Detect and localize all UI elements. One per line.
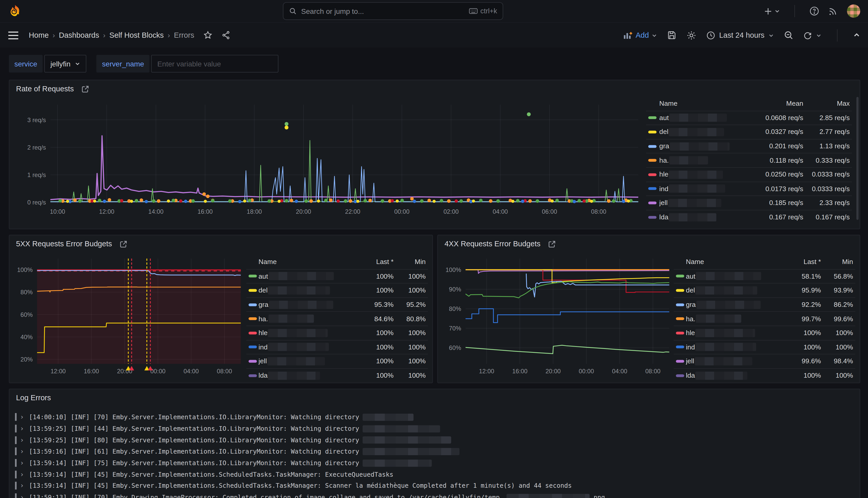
legend-row[interactable]: lda 100% 100% (673, 368, 855, 382)
external-link-icon[interactable] (120, 240, 128, 248)
legend-value-1: 0.0327 req/s (752, 128, 805, 136)
add-panel-button[interactable]: Add (623, 31, 657, 39)
legend-row[interactable]: ind 100% 100% (246, 340, 428, 354)
legend-row[interactable]: del 100% 100% (246, 283, 428, 297)
legend-col-2[interactable]: Min (396, 258, 428, 266)
svg-text:60%: 60% (21, 312, 32, 318)
legend-row[interactable]: ind 0.0173 req/s 0.0333 req/s (646, 181, 852, 196)
legend-row[interactable]: del 95.9% 93.9% (673, 283, 855, 297)
legend-row[interactable]: gra 0.201 req/s 1.13 req/s (646, 139, 852, 153)
log-row[interactable]: › [13:59:14] [INF] [75] Emby.Server.Impl… (15, 457, 854, 469)
svg-text:2 req/s: 2 req/s (27, 144, 46, 151)
panel-title[interactable]: Log Errors (16, 394, 51, 402)
legend-col-1[interactable]: Last * (788, 258, 823, 266)
panel-title[interactable]: 4XX Requests Error Budgets (444, 240, 556, 248)
legend-row[interactable]: del 0.0327 req/s 2.77 req/s (646, 125, 852, 139)
series-color-swatch (249, 331, 257, 334)
grafana-logo[interactable] (8, 4, 22, 18)
legend-value-1: 100% (360, 273, 396, 280)
legend-row[interactable]: aut 100% 100% (246, 269, 428, 283)
breadcrumb-home[interactable]: Home (29, 31, 49, 39)
err5xx-chart[interactable]: 20%40%60%80%100%12:0016:0020:0000:0004:0… (13, 255, 243, 378)
log-row[interactable]: › [13:59:25] [INF] [44] Emby.Server.Impl… (15, 423, 854, 434)
divider (794, 5, 795, 17)
save-dashboard-button[interactable] (667, 30, 677, 40)
legend-row[interactable]: ha. 84.6% 80.8% (246, 312, 428, 326)
dashboard-settings-button[interactable] (687, 30, 697, 40)
legend-col-name[interactable]: Name (686, 258, 788, 266)
log-row[interactable]: › [13:59:25] [INF] [80] Emby.Server.Impl… (15, 434, 854, 446)
legend-row[interactable]: jell 99.6% 98.4% (673, 354, 855, 368)
help-button[interactable] (809, 6, 819, 16)
redacted-series-name (669, 184, 725, 193)
expand-log-chevron-icon[interactable]: › (20, 413, 24, 421)
legend-col-name[interactable]: Name (258, 258, 360, 266)
log-row[interactable]: › [14:00:10] [INF] [70] Emby.Server.Impl… (15, 411, 854, 423)
legend-col-1[interactable]: Last * (360, 258, 396, 266)
legend-row[interactable]: hle 100% 100% (673, 326, 855, 340)
news-rss-button[interactable] (828, 6, 838, 16)
legend-row[interactable]: ha. 0.118 req/s 0.333 req/s (646, 153, 852, 167)
legend-row[interactable]: jell 100% 100% (246, 354, 428, 368)
panel-title[interactable]: 5XX Requests Error Budgets (16, 240, 128, 248)
breadcrumb-dashboards[interactable]: Dashboards (59, 31, 99, 39)
search-input[interactable]: Search or jump to... ctrl+k (283, 2, 503, 20)
legend-col-2[interactable]: Min (823, 258, 855, 266)
expand-log-chevron-icon[interactable]: › (20, 459, 24, 467)
svg-text:04:00: 04:00 (184, 368, 199, 375)
new-menu-button[interactable] (764, 7, 780, 15)
legend-row[interactable]: gra 92.2% 86.2% (673, 297, 855, 311)
log-row[interactable]: › [13:59:16] [INF] [61] Emby.Server.Impl… (15, 446, 854, 457)
series-color-swatch (249, 275, 257, 278)
legend-value-1: 0.0608 req/s (752, 114, 805, 122)
legend-row[interactable]: lda 0.167 req/s 0.167 req/s (646, 210, 852, 224)
user-avatar[interactable] (847, 4, 860, 18)
variable-select-service[interactable]: jellyfin (44, 55, 86, 73)
menu-toggle-icon[interactable] (8, 31, 19, 40)
legend-scrollbar[interactable] (856, 97, 859, 220)
legend-row[interactable]: hle 100% 100% (246, 326, 428, 340)
legend-value-1: 99.6% (788, 357, 823, 365)
series-name-prefix: jell (686, 357, 694, 365)
variable-input-server-name[interactable]: Enter variable value (151, 55, 279, 73)
panel-title[interactable]: Rate of Requests (16, 85, 90, 93)
err4xx-chart[interactable]: 60%70%80%90%100%12:0016:0020:0000:0004:0… (441, 255, 671, 378)
log-message: [13:59:14] [INF] [45] Emby.Server.Implem… (29, 482, 572, 490)
legend-col-name[interactable]: Name (659, 100, 752, 107)
legend-row[interactable]: aut 0.0608 req/s 2.85 req/s (646, 110, 852, 125)
legend-row[interactable]: hle 0.0250 req/s 0.0333 req/s (646, 167, 852, 181)
legend-value-2: 100% (396, 343, 428, 351)
err5xx-legend-table: Name Last * Min aut 100% 100% del 100% 1… (246, 255, 428, 382)
refresh-button[interactable] (803, 31, 821, 40)
expand-log-chevron-icon[interactable]: › (20, 493, 24, 498)
legend-row[interactable]: aut 58.1% 56.8% (673, 269, 855, 283)
expand-log-chevron-icon[interactable]: › (20, 482, 24, 490)
legend-value-2: 0.167 req/s (805, 213, 852, 221)
share-button[interactable] (222, 30, 231, 40)
log-list: › [14:00:10] [INF] [70] Emby.Server.Impl… (15, 411, 854, 498)
expand-log-chevron-icon[interactable]: › (20, 424, 24, 432)
rate-of-requests-chart[interactable]: 0 req/s1 req/s2 req/s3 req/s10:0012:0014… (13, 100, 644, 219)
legend-row[interactable]: ha. 99.7% 99.6% (673, 312, 855, 326)
external-link-icon[interactable] (548, 240, 556, 248)
log-row[interactable]: › [13:59:13] [INF] [70] Emby.Drawing.Ima… (15, 492, 854, 498)
legend-row[interactable]: ind 100% 100% (673, 340, 855, 354)
legend-row[interactable]: lda 100% 100% (246, 368, 428, 382)
legend-row[interactable]: jell 0.185 req/s 2.33 req/s (646, 196, 852, 210)
series-color-swatch (648, 187, 656, 190)
series-name-prefix: ind (258, 343, 268, 351)
expand-log-chevron-icon[interactable]: › (20, 448, 24, 455)
legend-col-1[interactable]: Mean (752, 100, 805, 107)
external-link-icon[interactable] (82, 85, 89, 93)
time-range-picker[interactable]: Last 24 hours (706, 31, 774, 40)
log-row[interactable]: › [13:59:14] [INF] [45] Emby.Server.Impl… (15, 469, 854, 480)
legend-row[interactable]: gra 95.3% 95.2% (246, 297, 428, 311)
legend-col-2[interactable]: Max (805, 100, 852, 107)
zoom-out-button[interactable] (784, 30, 793, 40)
collapse-toolbar-button[interactable] (853, 31, 860, 39)
log-row[interactable]: › [13:59:14] [INF] [45] Emby.Server.Impl… (15, 480, 854, 492)
expand-log-chevron-icon[interactable]: › (20, 471, 24, 478)
breadcrumb-folder[interactable]: Self Host Blocks (109, 31, 164, 39)
expand-log-chevron-icon[interactable]: › (20, 436, 24, 444)
favorite-star-button[interactable] (203, 30, 213, 40)
